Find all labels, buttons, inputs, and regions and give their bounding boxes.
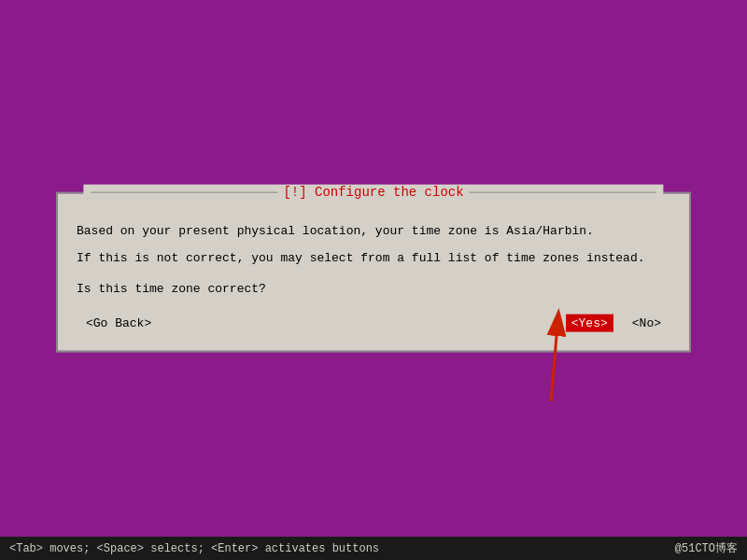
yes-button[interactable]: <Yes> — [566, 314, 613, 331]
dialog-container: [!] Configure the clock Based on your pr… — [56, 192, 691, 353]
go-back-button[interactable]: <Go Back> — [86, 315, 151, 329]
dialog-message-1: Based on your present physical location,… — [77, 222, 670, 242]
title-line-right — [470, 191, 656, 192]
title-line-left — [91, 191, 277, 192]
dialog-title: [!] Configure the clock — [283, 185, 463, 200]
dialog-title-bar: [!] Configure the clock — [83, 185, 663, 200]
bottom-credit: @51CTO博客 — [675, 540, 738, 556]
dialog-content: Based on your present physical location,… — [58, 194, 689, 351]
bottom-hint: <Tab> moves; <Space> selects; <Enter> ac… — [9, 542, 379, 555]
dialog-buttons: <Go Back> <Yes> <No> — [77, 314, 670, 331]
right-buttons: <Yes> <No> — [566, 314, 661, 331]
dialog-question: Is this time zone correct? — [77, 281, 670, 295]
bottom-bar: <Tab> moves; <Space> selects; <Enter> ac… — [0, 537, 747, 560]
dialog-box: [!] Configure the clock Based on your pr… — [56, 192, 691, 353]
dialog-message-2: If this is not correct, you may select f… — [77, 248, 670, 268]
no-button[interactable]: <No> — [632, 315, 661, 329]
